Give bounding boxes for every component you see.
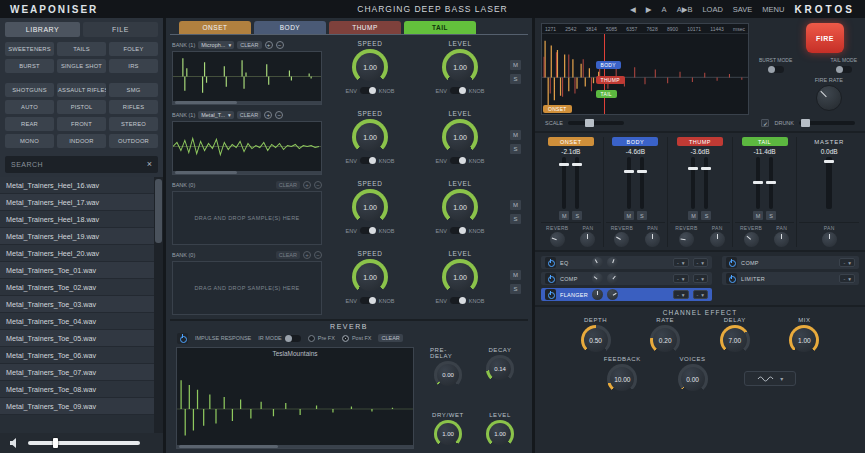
ab-compare-a-button[interactable]: A (662, 5, 667, 14)
drop-zone[interactable]: DRAG AND DROP SAMPLE(S) HERE (172, 191, 322, 245)
file-list-item[interactable]: Metal_Trainers_Heel_20.wav (0, 245, 154, 262)
burst-mode-toggle[interactable] (768, 66, 784, 73)
bank-waveform-display[interactable] (172, 121, 322, 175)
fx-param-select[interactable]: -▾ (693, 274, 709, 283)
fx-slot-flanger[interactable]: FLANGER -▾ -▾ (541, 288, 712, 301)
file-list-item[interactable]: Metal_Trainers_Heel_17.wav (0, 194, 154, 211)
decay-knob[interactable]: 0.14 (486, 355, 514, 383)
mix-knob[interactable]: 1.00 (789, 325, 819, 355)
impulse-response-display[interactable]: TeslaMountains (176, 347, 414, 449)
filter-sweeteners[interactable]: SWEETENERS (5, 42, 54, 56)
category-outdoor[interactable]: OUTDOOR (109, 134, 158, 148)
pan-knob[interactable] (580, 232, 595, 247)
file-list-item[interactable]: Metal_Trainers_Toe_08.wav (0, 381, 154, 398)
tab-body[interactable]: BODY (254, 21, 326, 34)
level-knob[interactable]: 1.00 (442, 259, 478, 295)
fx-param-knob[interactable] (607, 257, 618, 268)
solo-button[interactable]: S (510, 284, 521, 294)
delay-knob[interactable]: 7.00 (720, 325, 750, 355)
bank-clear-button[interactable]: CLEAR (237, 41, 261, 49)
category-stereo[interactable]: STEREO (109, 117, 158, 131)
remove-sample-button[interactable]: − (276, 41, 284, 49)
filter-burst[interactable]: BURST (5, 59, 54, 73)
category-pistol[interactable]: PISTOL (57, 100, 106, 114)
ir-scrollbar[interactable] (177, 445, 413, 448)
fx-slot-eq[interactable]: EQ -▾ -▾ (541, 256, 712, 269)
solo-button[interactable]: S (766, 211, 776, 220)
tail-mode-toggle[interactable] (836, 66, 852, 73)
channel-fader[interactable] (756, 157, 773, 209)
fx-param-select[interactable]: -▾ (693, 258, 709, 267)
filter-tails[interactable]: TAILS (57, 42, 106, 56)
channel-fader[interactable] (627, 157, 644, 209)
timeline-display[interactable]: 1271 2542 3814 5085 6357 7628 8900 10171… (541, 23, 749, 115)
speed-knob[interactable]: 1.00 (352, 189, 388, 225)
solo-button[interactable]: S (510, 144, 521, 154)
drunk-slider[interactable] (799, 121, 855, 125)
env-knob-toggle[interactable] (360, 297, 376, 304)
fx-param-select[interactable]: -▾ (673, 274, 689, 283)
depth-knob[interactable]: 0.50 (581, 325, 611, 355)
master-pan-knob[interactable] (822, 232, 837, 247)
mute-button[interactable]: M (559, 211, 569, 220)
env-knob-toggle[interactable] (360, 157, 376, 164)
dry-wet-knob[interactable]: 1.00 (434, 420, 462, 448)
drunk-checkbox[interactable]: ✓ (761, 119, 769, 127)
fx-param-select[interactable]: -▾ (839, 258, 855, 267)
tail-layer-chip[interactable]: TAIL (596, 90, 617, 98)
fire-button[interactable]: FIRE (806, 23, 844, 53)
level-knob[interactable]: 1.00 (442, 119, 478, 155)
category-rifles[interactable]: RIFLES (109, 100, 158, 114)
fx-param-knob[interactable] (592, 289, 603, 300)
category-front[interactable]: FRONT (57, 117, 106, 131)
lfo-shape-select[interactable]: ▾ (744, 371, 796, 386)
file-list-scrollbar[interactable] (154, 177, 163, 433)
scale-slider-thumb[interactable] (585, 119, 594, 127)
category-rear[interactable]: REAR (5, 117, 54, 131)
pan-knob[interactable] (774, 232, 789, 247)
remove-sample-button[interactable]: − (314, 251, 322, 259)
channel-fader[interactable] (691, 157, 708, 209)
fx-slot-comp[interactable]: COMP -▾ -▾ (541, 272, 712, 285)
filter-foley[interactable]: FOLEY (109, 42, 158, 56)
add-sample-button[interactable]: + (265, 41, 273, 49)
playhead-cursor[interactable] (604, 34, 605, 114)
pan-knob[interactable] (645, 232, 660, 247)
volume-slider-handle[interactable] (53, 438, 58, 448)
filter-irs[interactable]: IRS (109, 59, 158, 73)
fx-slot-master-comp[interactable]: COMP -▾ (722, 256, 859, 269)
reverb-power-icon[interactable] (177, 333, 188, 344)
voices-knob[interactable]: 0.00 (678, 364, 708, 394)
pre-fx-radio[interactable] (308, 335, 315, 342)
mute-button[interactable]: M (753, 211, 763, 220)
waveform-scrollbar[interactable] (173, 101, 321, 104)
solo-button[interactable]: S (701, 211, 711, 220)
drunk-slider-thumb[interactable] (801, 119, 810, 127)
remove-sample-button[interactable]: − (275, 111, 283, 119)
level-knob[interactable]: 1.00 (442, 49, 478, 85)
add-sample-button[interactable]: + (303, 181, 311, 189)
reverb-send-knob[interactable] (550, 232, 565, 247)
fx-param-knob[interactable] (607, 273, 618, 284)
bank-waveform-display[interactable] (172, 51, 322, 105)
remove-sample-button[interactable]: − (314, 181, 322, 189)
scrollbar-thumb[interactable] (155, 179, 162, 243)
pre-delay-knob[interactable]: 0.00 (434, 361, 462, 389)
solo-button[interactable]: S (510, 214, 521, 224)
category-smg[interactable]: SMG (109, 83, 158, 97)
file-list-item[interactable]: Metal_Trainers_Toe_01.wav (0, 262, 154, 279)
tab-tail[interactable]: TAIL (404, 21, 476, 34)
load-button[interactable]: LOAD (702, 5, 722, 14)
onset-layer-chip[interactable]: ONSET (543, 105, 572, 113)
fx-param-knob[interactable] (592, 257, 603, 268)
reverb-clear-button[interactable]: CLEAR (378, 334, 402, 342)
feedback-knob[interactable]: 10.00 (607, 364, 637, 394)
scale-slider[interactable] (568, 121, 624, 125)
file-list-item[interactable]: Metal_Trainers_Heel_18.wav (0, 211, 154, 228)
reverb-send-knob[interactable] (679, 232, 694, 247)
body-layer-chip[interactable]: BODY (596, 61, 621, 69)
bank-clear-button[interactable]: CLEAR (276, 181, 300, 189)
fx-slot-limiter[interactable]: LIMITER -▾ (722, 272, 859, 285)
fx-param-select[interactable]: -▾ (839, 274, 855, 283)
reverb-level-knob[interactable]: 1.00 (486, 420, 514, 448)
